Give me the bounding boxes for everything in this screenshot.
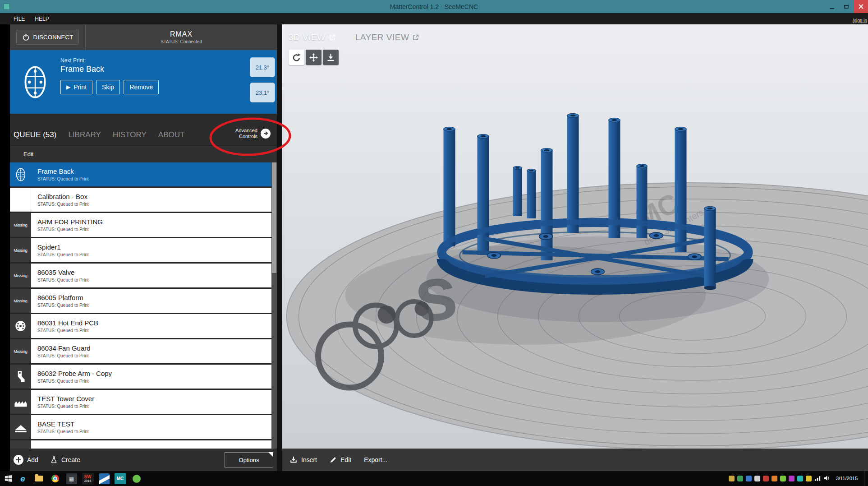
popout-icon <box>329 34 335 41</box>
tray-icon-4[interactable] <box>754 476 760 481</box>
tab-history[interactable]: HISTORY <box>113 130 147 139</box>
rotate-tool-button[interactable] <box>289 50 304 65</box>
move-icon <box>309 53 318 62</box>
panel-divider[interactable] <box>277 24 282 471</box>
printer-header: DISCONNECT RMAX STATUS: Connected <box>10 24 277 50</box>
play-icon: ▶ <box>66 84 70 90</box>
close-button[interactable] <box>854 0 868 13</box>
3d-scene[interactable]: s MC delta 3D printers <box>282 24 868 471</box>
frame-thumbnail-icon <box>10 162 31 186</box>
taskbar-file-explorer[interactable] <box>33 473 45 485</box>
tray-icon-3[interactable] <box>746 476 752 481</box>
printer-status: STATUS: Connected <box>161 39 202 44</box>
move-tool-button[interactable] <box>306 50 321 65</box>
insert-button[interactable]: Insert <box>289 456 317 464</box>
create-button[interactable]: Create <box>50 456 80 464</box>
skip-button[interactable]: Skip <box>96 80 120 94</box>
missing-thumbnail-icon: Missing <box>10 339 31 363</box>
menu-help[interactable]: HELP <box>35 16 49 22</box>
bed-temperature-badge[interactable]: 23.1° <box>250 83 275 102</box>
probe-thumbnail-icon <box>10 365 31 389</box>
tray-icon-9[interactable] <box>797 476 803 481</box>
queue-item[interactable]: Missing 86035 Valve STATUS: Queued to Pr… <box>10 264 271 287</box>
queue-item[interactable]: Frame Back STATUS: Queued to Print <box>10 162 271 186</box>
queue-scrollbar[interactable] <box>271 162 277 449</box>
queue-item[interactable]: Missing Spider1 STATUS: Queued to Print <box>10 238 271 262</box>
start-button[interactable] <box>5 475 12 482</box>
add-button[interactable]: Add <box>14 455 38 465</box>
taskbar-ie[interactable]: e <box>17 473 29 485</box>
queue-item[interactable]: 86031 Hot End PCB STATUS: Queued to Prin… <box>10 314 271 338</box>
missing-label: Missing <box>14 299 28 303</box>
queue-item-status: STATUS: Queued to Print <box>37 303 89 308</box>
tray-icon-2[interactable] <box>737 476 743 481</box>
taskbar-app-blue[interactable] <box>98 473 110 485</box>
viewer-toolbar <box>289 50 339 65</box>
rotate-icon <box>291 52 302 63</box>
taskbar-app-green[interactable] <box>130 473 142 485</box>
queue-item[interactable]: TEST Tower Cover STATUS: Queued to Print <box>10 390 271 414</box>
queue-list: Frame Back STATUS: Queued to Print Calib… <box>10 162 271 449</box>
taskbar-solidworks[interactable]: SW 2015 <box>82 473 94 485</box>
missing-thumbnail-icon: Missing <box>10 264 31 287</box>
queue-item[interactable]: Missing ARM FOR PRINTING STATUS: Queued … <box>10 213 271 237</box>
tab-about[interactable]: ABOUT <box>158 130 185 139</box>
taskbar-app-dark[interactable]: ▦ <box>65 473 78 485</box>
next-print-label: Next Print: <box>60 57 245 64</box>
tray-icon-5[interactable] <box>763 476 769 481</box>
edit-button[interactable]: Edit <box>23 151 33 157</box>
frame-part-icon <box>21 62 50 102</box>
tray-icon-1[interactable] <box>729 476 735 481</box>
remove-button[interactable]: Remove <box>124 80 159 94</box>
export-button[interactable]: Export... <box>364 456 387 463</box>
tray-icon-7[interactable] <box>780 476 786 481</box>
missing-label: Missing <box>14 273 28 278</box>
tab-library[interactable]: LIBRARY <box>68 130 101 139</box>
taskbar-chrome[interactable] <box>49 473 61 485</box>
next-print-thumbnail <box>10 50 60 114</box>
viewer-panel: s MC delta 3D printers <box>282 24 868 471</box>
show-desktop-button[interactable] <box>864 471 866 486</box>
print-button[interactable]: ▶ Print <box>60 80 92 94</box>
queue-item-status: STATUS: Queued to Print <box>37 353 91 358</box>
queue-item[interactable]: BASE TEST STATUS: Queued to Print <box>10 415 271 439</box>
missing-thumbnail-icon: Missing <box>10 238 31 262</box>
taskbar-mattercontrol[interactable]: MC <box>114 473 126 485</box>
queue-item-icon <box>10 440 31 449</box>
tray-icon-8[interactable] <box>789 476 795 481</box>
drop-to-bed-tool-button[interactable] <box>323 50 339 65</box>
clock[interactable]: 3/11/2015 <box>833 476 861 481</box>
missing-label: Missing <box>14 248 28 253</box>
window-title: MatterControl 1.2 - SeeMeCNC <box>0 3 868 10</box>
tower-thumbnail-icon <box>10 390 31 414</box>
popout-icon <box>413 34 419 41</box>
scrollbar-thumb[interactable] <box>272 162 276 273</box>
sign-in-link[interactable]: (sign in <box>853 18 867 23</box>
minimize-button[interactable] <box>825 0 839 13</box>
queue-item-name: Spider1 <box>37 243 89 251</box>
options-button[interactable]: Options <box>225 452 273 467</box>
queue-item[interactable]: Calibration - Box STATUS: Queued to Prin… <box>10 188 271 212</box>
maximize-button[interactable] <box>839 0 854 13</box>
queue-item[interactable]: 86032 Probe Arm - Copy STATUS: Queued to… <box>10 365 271 389</box>
queue-item-name: ARM FOR PRINTING <box>37 218 103 226</box>
disconnect-button[interactable]: DISCONNECT <box>16 30 79 45</box>
tray-icon-6[interactable] <box>772 476 777 481</box>
queue-item-partial[interactable] <box>10 440 271 449</box>
queue-item-status: STATUS: Queued to Print <box>37 429 89 434</box>
tab-3d-view[interactable]: 3D VIEW <box>289 32 335 42</box>
menu-file[interactable]: FILE <box>14 16 25 22</box>
volume-icon[interactable] <box>824 475 831 483</box>
queue-item-status: STATUS: Queued to Print <box>37 176 89 181</box>
tab-queue[interactable]: QUEUE (53) <box>14 130 56 139</box>
extruder-temperature-badge[interactable]: 21.3° <box>250 57 275 77</box>
power-icon <box>22 33 30 41</box>
queue-item[interactable]: Missing 86034 Fan Guard STATUS: Queued t… <box>10 339 271 363</box>
tray-icon-10[interactable] <box>806 476 812 481</box>
tab-layer-view[interactable]: LAYER VIEW <box>355 32 419 42</box>
advanced-controls-button[interactable]: Advanced Controls <box>231 128 271 139</box>
network-icon[interactable] <box>814 475 821 483</box>
plus-icon <box>14 455 23 465</box>
edit-button-3d[interactable]: Edit <box>330 456 351 463</box>
queue-item[interactable]: Missing 86005 Platform STATUS: Queued to… <box>10 289 271 313</box>
